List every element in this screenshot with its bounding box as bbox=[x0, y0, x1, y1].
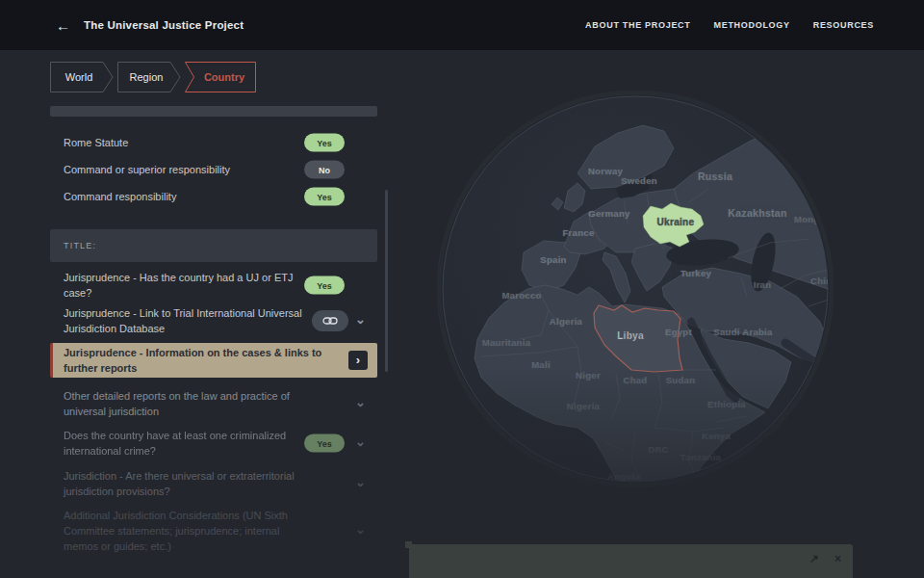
list-item-label: Jurisprudence - Link to Trial Internatio… bbox=[64, 305, 310, 336]
link-button[interactable] bbox=[312, 310, 348, 331]
chevron-down-icon[interactable]: ⌄ bbox=[355, 395, 366, 409]
list-item-label: Other detailed reports on the law and pr… bbox=[64, 388, 310, 419]
tab-region-label: Region bbox=[117, 62, 181, 92]
chevron-right-button[interactable]: › bbox=[348, 351, 368, 370]
expand-icon[interactable]: ↗ bbox=[809, 553, 819, 565]
globe-map[interactable]: Norway Sweden Russia Germany Kazakhstan … bbox=[404, 50, 924, 578]
list-item-label: Does the country have at least one crimi… bbox=[64, 428, 310, 459]
overlay-controls: ↗ × bbox=[809, 553, 841, 565]
list-item-additional-considerations[interactable]: Additional Jurisdiction Considerations (… bbox=[50, 508, 377, 554]
list-item-label: Jurisprudence - Has the country had a UJ… bbox=[64, 270, 310, 301]
app-root: ← The Universal Justice Project ABOUT TH… bbox=[0, 0, 924, 578]
chevron-down-icon[interactable]: ⌄ bbox=[355, 522, 366, 537]
list-item-command-superior[interactable]: Command or superior responsibility No bbox=[50, 156, 377, 183]
list-item-label: Command responsibility bbox=[64, 189, 176, 204]
status-badge: Yes bbox=[304, 434, 345, 453]
header-left: ← The Universal Justice Project bbox=[0, 18, 244, 33]
globe-bottom-fade bbox=[404, 50, 924, 578]
chevron-down-icon[interactable]: ⌄ bbox=[355, 475, 366, 489]
tab-region[interactable]: Region bbox=[117, 62, 181, 92]
close-icon[interactable]: × bbox=[834, 553, 841, 565]
list-item-criminalized-crime[interactable]: Does the country have at least one crimi… bbox=[50, 427, 377, 460]
app-title: The Universal Justice Project bbox=[84, 19, 244, 31]
app-header: ← The Universal Justice Project ABOUT TH… bbox=[0, 0, 924, 50]
list-item-jurisdiction-provisions[interactable]: Jurisdiction - Are there universal or ex… bbox=[50, 467, 377, 500]
status-badge: Yes bbox=[304, 276, 345, 295]
status-badge: No bbox=[304, 161, 345, 179]
breadcrumb: World Region Country bbox=[50, 62, 256, 92]
chevron-down-icon[interactable]: ⌄ bbox=[355, 434, 366, 449]
bottom-overlay-panel[interactable]: ↗ × bbox=[409, 544, 853, 578]
list-item-trial-international-link[interactable]: Jurisprudence - Link to Trial Internatio… bbox=[50, 304, 377, 337]
section-title: TITLE: bbox=[50, 229, 377, 262]
tab-country-label: Country bbox=[185, 62, 256, 92]
attributes-panel: Rome Statute Yes Command or superior res… bbox=[50, 106, 377, 554]
list-item-label: Rome Statute bbox=[64, 135, 128, 150]
list-item-command-responsibility[interactable]: Command responsibility Yes bbox=[50, 183, 377, 210]
link-icon bbox=[322, 316, 338, 326]
scrolled-section-bar[interactable] bbox=[50, 106, 377, 117]
nav-link-about[interactable]: ABOUT THE PROJECT bbox=[585, 20, 690, 30]
list-item-uj-etj-case[interactable]: Jurisprudence - Has the country had a UJ… bbox=[50, 270, 377, 301]
tab-world[interactable]: World bbox=[50, 62, 114, 92]
list-item-cases-info-selected[interactable]: Jurisprudence - Information on the cases… bbox=[50, 343, 377, 378]
list-item-label: Command or superior responsibility bbox=[64, 162, 230, 177]
panel-scrollbar-thumb[interactable] bbox=[385, 190, 388, 372]
list-item-label: Jurisdiction - Are there universal or ex… bbox=[64, 468, 310, 499]
status-badge: Yes bbox=[304, 134, 345, 152]
list-item-label: Additional Jurisdiction Considerations (… bbox=[64, 508, 296, 554]
tab-world-label: World bbox=[50, 62, 114, 92]
nav-link-methodology[interactable]: METHODOLOGY bbox=[713, 20, 789, 30]
list-item-label: Jurisprudence - Information on the cases… bbox=[64, 345, 323, 376]
tab-country[interactable]: Country bbox=[185, 62, 256, 92]
list-item-rome-statute[interactable]: Rome Statute Yes bbox=[50, 129, 377, 156]
chevron-down-icon[interactable]: ⌄ bbox=[355, 312, 366, 327]
back-icon[interactable]: ← bbox=[56, 18, 70, 33]
nav-link-resources[interactable]: RESOURCES bbox=[813, 20, 874, 30]
status-badge: Yes bbox=[304, 188, 345, 206]
header-nav: ABOUT THE PROJECT METHODOLOGY RESOURCES bbox=[585, 20, 924, 30]
list-item-other-reports[interactable]: Other detailed reports on the law and pr… bbox=[50, 387, 377, 420]
